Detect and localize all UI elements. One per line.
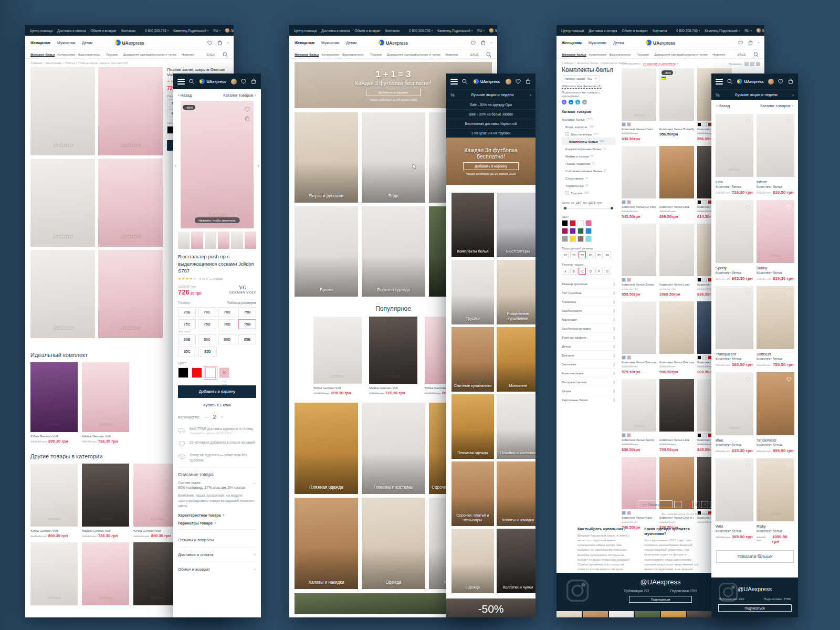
color-swatch[interactable] (697, 278, 701, 282)
expand-icon[interactable]: + (565, 191, 569, 195)
product-card[interactable]: Комплект белья Lida1920.30 грн799.50грн (659, 379, 694, 452)
size-table-link[interactable]: Таблица размеров (227, 301, 256, 304)
accordion-section[interactable]: Обмен и возврат+ (178, 563, 256, 575)
topbar-link[interactable]: Центр помощи (294, 29, 317, 33)
category-tile[interactable]: Колготки и чулки (497, 529, 536, 593)
wishlist-icon[interactable] (244, 105, 250, 111)
product-card[interactable]: intimo (30, 542, 78, 605)
band-size-option[interactable]: 85 (595, 251, 603, 258)
search-icon[interactable] (461, 78, 468, 85)
product-card[interactable]: Комплект белья Leaf1920.30 грн1069.50грн (659, 224, 694, 297)
wishlist-icon[interactable] (786, 203, 792, 208)
size-option[interactable]: 80C (198, 334, 216, 344)
wishlist-icon[interactable] (786, 375, 792, 381)
catalog-tree-item[interactable]: Термобелье26 (562, 182, 615, 189)
product-card[interactable]: - 80%Комплект белья Butterfly956.50грн (659, 68, 694, 141)
product-card[interactable]: intimoКомплект белья Lida1920.30 грн899.… (659, 146, 694, 219)
category-tile[interactable]: Трусики (452, 260, 494, 324)
nav-audience-0[interactable]: Женщинам (30, 41, 50, 45)
category-nav-item[interactable]: SALE (200, 52, 222, 56)
color-swatch[interactable] (702, 200, 707, 204)
category-nav-item[interactable]: Домашняя одежда (123, 52, 152, 56)
size-option[interactable]: 85D (198, 346, 217, 356)
language-selector[interactable]: RU▾ (744, 29, 752, 33)
cup-size-option[interactable]: A (562, 268, 569, 275)
band-size-option[interactable]: 90 (604, 251, 611, 258)
show-more-button[interactable]: Показати більше (716, 550, 794, 563)
cart-icon[interactable] (525, 78, 531, 85)
menu-icon[interactable] (716, 79, 723, 85)
color-swatch[interactable] (570, 220, 576, 226)
hero-banner[interactable]: Каждая 3я футболкабесплатно!Добавить в к… (446, 138, 536, 185)
wishlist-icon[interactable] (745, 289, 751, 295)
color-swatch[interactable] (627, 511, 631, 515)
search-icon[interactable] (727, 78, 733, 85)
grid-view-icon[interactable] (744, 62, 749, 66)
product-card[interactable]: intimoBlueКомплект белья682.50 грн635.30… (716, 372, 753, 453)
product-card[interactable]: intimoКомплект белья Sporty1920.30 грн83… (622, 379, 656, 452)
filter-group[interactable]: Бретели❯ (562, 350, 615, 359)
filter-group[interactable]: Застежка❯ (562, 359, 615, 368)
instagram-follow-button[interactable]: Подписаться (718, 604, 792, 612)
pagination-page[interactable]: 2 (683, 501, 690, 508)
catalog-tree-item[interactable]: Спортивное27 (562, 174, 615, 182)
nav-audience-2[interactable]: Детям (82, 41, 92, 45)
thumbnail[interactable] (178, 232, 190, 249)
instagram-photo[interactable] (687, 611, 712, 617)
close-icon[interactable]: ✕ (594, 77, 597, 81)
product-card[interactable]: intimoКомплект белья One-n-only1920.30 г… (659, 457, 694, 530)
size-option[interactable]: 75B (238, 307, 256, 317)
category-nav-item[interactable]: SALE (463, 52, 486, 56)
cup-size-option[interactable]: G (604, 268, 611, 275)
category-tile[interactable]: Блузы и рубашки (295, 112, 358, 203)
color-swatch[interactable] (697, 355, 701, 360)
quantity-minus-button[interactable]: — (205, 415, 208, 419)
color-swatch[interactable] (697, 122, 701, 127)
thumbnail[interactable] (231, 232, 243, 249)
catalog-tree-item[interactable]: Соблазнительное белье27 (562, 167, 615, 174)
product-card[interactable]: intimoЮбка German Volf1025.50 грн890.30 … (313, 317, 362, 395)
wishlist-icon[interactable] (786, 461, 792, 467)
color-swatch[interactable] (702, 355, 707, 360)
color-swatch[interactable] (578, 220, 584, 226)
phone-menu[interactable]: 0 800 200-745▾ (145, 29, 169, 33)
city-selector[interactable]: Каменец-Подольский▾ (705, 29, 740, 33)
catalog-dropdown[interactable]: Каталог товаров▾ (760, 103, 793, 108)
color-swatch[interactable] (702, 122, 707, 127)
pagination-page[interactable]: 4 (701, 501, 708, 508)
thumbnail[interactable] (245, 232, 256, 249)
language-selector[interactable]: RU▾ (477, 29, 485, 33)
search-icon[interactable] (753, 51, 759, 57)
topbar-link[interactable]: Контакты (385, 29, 400, 33)
filter-chip[interactable]: Размер чашки: 75C✕ (562, 75, 600, 82)
nav-audience-2[interactable]: Детям (346, 41, 356, 45)
product-card[interactable]: intimoLidaКомплект белья925.50 грн726.30… (716, 114, 753, 195)
color-swatch[interactable] (578, 228, 584, 234)
size-option[interactable]: 75D (198, 319, 216, 329)
filter-group[interactable]: Размер трусиков❯ (562, 279, 615, 288)
category-tile[interactable]: Верхняя одежда (362, 206, 425, 297)
product-card[interactable]: WildКомплект белья682.50 грн385.50 грн (716, 458, 753, 544)
thumbnail[interactable] (191, 232, 203, 249)
telegram-icon[interactable]: ➤ (575, 100, 580, 104)
wishlist-icon[interactable] (745, 375, 751, 381)
category-tile[interactable]: Пляжная одежда (295, 403, 358, 494)
color-swatch[interactable] (622, 200, 626, 204)
catalog-tree-item[interactable]: +Трусики959 (562, 189, 615, 196)
category-nav-item[interactable]: Домашняя одежда (654, 52, 682, 56)
nav-audience-1[interactable]: Мужчинам (57, 41, 75, 45)
product-card[interactable]: intimoЮбка German Volf1025.50 грн890.30 … (30, 362, 78, 444)
catalog-dropdown[interactable]: Каталог товаров▾ (223, 93, 256, 98)
wishlist-icon[interactable] (470, 40, 476, 46)
color-swatch[interactable] (570, 228, 576, 234)
band-size-option[interactable]: 75 (579, 251, 586, 258)
language-selector[interactable]: RU▾ (213, 29, 220, 33)
color-swatch[interactable] (622, 355, 626, 360)
category-nav-item[interactable]: Женское белье (30, 52, 55, 56)
color-swatch[interactable] (622, 278, 626, 282)
category-tile[interactable]: Раздельные купальники (497, 260, 536, 324)
category-nav-item[interactable]: Трусики (100, 52, 123, 56)
cup-size-option[interactable]: C (579, 268, 586, 275)
account-menu[interactable]: Личный кабинет▾ (757, 28, 764, 33)
topbar-link[interactable]: Центр помощи (561, 29, 584, 33)
